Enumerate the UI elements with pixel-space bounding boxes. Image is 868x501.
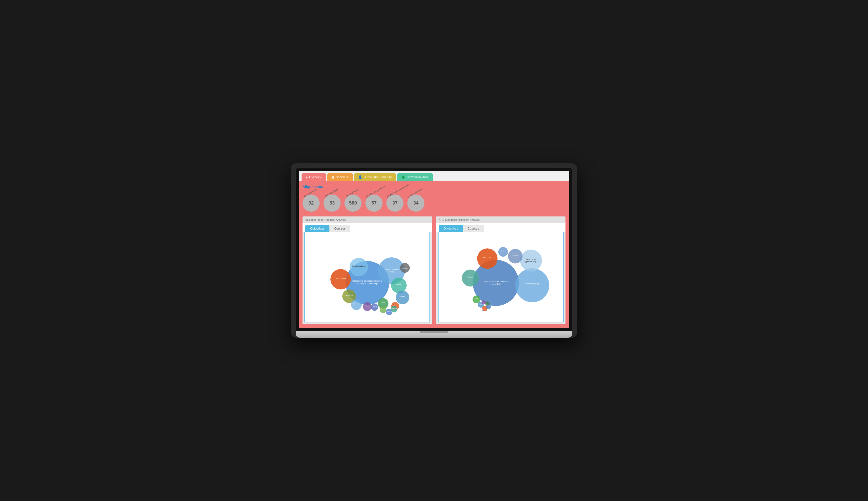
svg-text:a) anato: a) anato — [468, 276, 474, 278]
svg-text:B2.12 T: B2.12 T — [501, 250, 506, 252]
svg-point-14 — [396, 290, 409, 304]
circle-medical-topics: Medical Topics 580 — [345, 191, 362, 212]
laptop-base — [296, 331, 572, 338]
analysis-panels: Blueprint Tasks Alignment Analysis Objec… — [303, 216, 565, 324]
svg-text:Correlating abnorm: Correlating abnorm — [352, 265, 366, 267]
svg-text:anatomy and physiology: anatomy and physiology — [357, 283, 378, 285]
laptop-frame: ● Overview ▦ Schedule 👤 Curriculum Struc… — [291, 163, 577, 338]
curriculum-tree-icon: 🌲 — [401, 175, 405, 179]
svg-point-27 — [380, 306, 387, 313]
circle-blueprint-tasks: Blueprint Tasks 92 — [303, 191, 320, 212]
curriculum-structure-label: Curriculum Structure — [363, 175, 392, 179]
arc-bubble-chart: B2.03 The program curriculum must includ… — [438, 232, 563, 322]
arc-tab-objectives[interactable]: Objectives — [439, 225, 463, 232]
svg-text:Signs and s: Signs and s — [346, 294, 353, 296]
svg-point-47 — [498, 247, 508, 257]
blueprint-courses-label: Courses — [334, 227, 346, 230]
svg-text:must includ...: must includ... — [490, 283, 501, 285]
svg-point-21 — [351, 299, 362, 310]
svg-text:B2.03 The program curriculum: B2.03 The program curriculum — [484, 280, 508, 283]
schedule-icon: ▦ — [331, 175, 335, 179]
svg-text:Identify: Identify — [396, 283, 402, 285]
overview-label: Overview — [309, 175, 322, 179]
svg-text:Signific: Signific — [400, 296, 405, 297]
svg-point-38 — [520, 249, 542, 271]
laptop-notch — [420, 331, 448, 333]
circle-nccpa: NCCPA Competencies 57 — [366, 191, 383, 212]
svg-text:Differen: Differen — [372, 306, 377, 307]
svg-text:a) me: a) me — [475, 298, 478, 299]
blueprint-bubble-chart: Recognizing normal and abnormal anatomy … — [305, 232, 430, 322]
svg-text:Physical ex: Physical ex — [353, 303, 360, 305]
svg-text:Recognizing normal and abnorma: Recognizing normal and abnormal — [352, 280, 382, 282]
svg-text:B2.07 The...: B2.07 The... — [483, 257, 492, 259]
curriculum-tree-label: Curriculum Tree — [406, 175, 428, 179]
main-area: Alignments: Blueprint Tasks 92 ARC Stand… — [299, 181, 569, 328]
app-content: ● Overview ▦ Schedule 👤 Curriculum Struc… — [299, 171, 569, 328]
svg-point-31 — [391, 306, 398, 313]
circle-aama: AAMA Core Competencies 37 — [387, 191, 403, 212]
schedule-label: Schedule — [336, 175, 349, 179]
svg-text:Collect: Collect — [381, 301, 385, 303]
circle-arc-standards: ARC Standards 53 — [324, 191, 341, 212]
svg-point-23 — [363, 302, 372, 311]
screen-bezel: ● Overview ▦ Schedule 👤 Curriculum Struc… — [296, 168, 572, 331]
blueprint-objectives-label: Objectives — [310, 227, 325, 230]
arc-objectives-label: Objectives — [444, 227, 458, 230]
svg-point-8 — [330, 269, 351, 289]
svg-text:d) pharmacology...: d) pharmacology... — [525, 261, 537, 263]
svg-text:findings: findings — [389, 271, 395, 273]
svg-point-6 — [350, 258, 368, 276]
tab-schedule[interactable]: ▦ Schedule — [327, 173, 353, 181]
svg-text:c) pathophysiology,: c) pathophysiology, — [525, 283, 540, 285]
svg-point-41 — [477, 248, 498, 269]
circle-ayma: AYMA Disciplines 34 — [407, 191, 424, 212]
laptop-screen: ● Overview ▦ Schedule 👤 Curriculum Struc… — [299, 171, 569, 328]
blueprint-chart-area: Recognizing normal and abnormal anatomy … — [304, 232, 430, 322]
svg-text:Signific: Signific — [381, 308, 385, 310]
blueprint-panel-tabs: Objectives Courses — [303, 223, 432, 232]
arc-chart-area: B2.03 The program curriculum must includ… — [438, 232, 564, 322]
overview-icon: ● — [306, 175, 308, 179]
alignment-circles: Blueprint Tasks 92 ARC Standards 53 Medi… — [303, 191, 565, 212]
curriculum-structure-icon: 👤 — [358, 175, 362, 179]
svg-text:Selectin: Selectin — [391, 307, 396, 309]
svg-point-43 — [508, 249, 522, 263]
arc-panel: ARC Standards Alignment Analysis Objecti… — [436, 216, 565, 324]
svg-point-56 — [482, 300, 486, 304]
svg-text:b) physiol: b) physiol — [512, 254, 518, 256]
svg-text:Perform: Perform — [365, 305, 370, 307]
arc-panel-title: ARC Standards Alignment Analysis — [436, 216, 565, 223]
tab-overview[interactable]: ● Overview — [301, 173, 326, 181]
svg-text:B2.0: B2.0 — [479, 303, 482, 305]
svg-text:Signs of: Signs of — [402, 267, 407, 269]
svg-text:Pertinent historical: Pertinent historical — [385, 269, 399, 270]
svg-point-12 — [391, 277, 406, 293]
svg-text:B2.6 B B: B2.6 B B — [482, 310, 487, 311]
svg-point-25 — [371, 303, 378, 311]
arc-tab-courses[interactable]: Courses — [463, 225, 484, 232]
arc-courses-label: Courses — [468, 227, 479, 230]
tab-curriculum-tree[interactable]: 🌲 Curriculum Tree — [397, 173, 433, 181]
tab-curriculum-structure[interactable]: 👤 Curriculum Structure — [354, 173, 396, 181]
blueprint-tab-objectives[interactable]: Objectives — [305, 225, 329, 232]
svg-point-49 — [473, 296, 480, 303]
blueprint-tab-courses[interactable]: Courses — [329, 225, 350, 232]
svg-text:Risk factors for: Risk factors for — [335, 277, 346, 279]
svg-point-36 — [515, 268, 549, 302]
svg-point-45 — [462, 269, 479, 286]
nav-tabs: ● Overview ▦ Schedule 👤 Curriculum Struc… — [299, 171, 569, 181]
svg-text:Using d: Using d — [387, 310, 392, 312]
svg-point-55 — [485, 301, 489, 306]
blueprint-panel: Blueprint Tasks Alignment Analysis Objec… — [303, 216, 432, 324]
svg-text:B2.04 The pro: B2.04 The pro — [526, 258, 536, 260]
arc-panel-tabs: Objectives Courses — [436, 223, 565, 232]
alignments-label: Alignments: — [303, 184, 565, 189]
blueprint-panel-title: Blueprint Tasks Alignment Analysis — [303, 216, 432, 223]
